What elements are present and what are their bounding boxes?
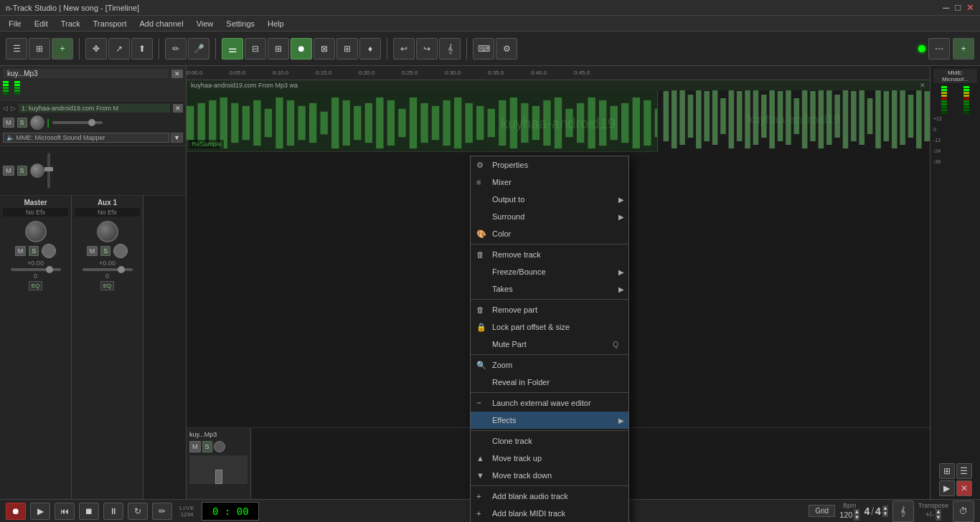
transpose-down-btn[interactable]: ▼ — [936, 515, 941, 521]
toolbar-move-btn[interactable]: ✥ — [85, 38, 107, 60]
bottom-track-mute[interactable]: M — [189, 441, 201, 452]
ctx-takes[interactable]: Takes ▶ — [471, 280, 628, 298]
ctx-mute-part[interactable]: Mute Part Q — [471, 336, 628, 353]
toolbar-pencil-btn[interactable]: ✏ — [165, 38, 187, 60]
menu-file[interactable]: File — [3, 18, 27, 29]
toolbar-fx-btn[interactable]: ⚙ — [496, 38, 517, 60]
master-mute[interactable]: M — [15, 246, 27, 256]
toolbar-redo-btn[interactable]: ↪ — [416, 38, 438, 60]
menu-track[interactable]: Track — [55, 18, 86, 29]
right-close-btn[interactable]: ✕ — [956, 480, 972, 496]
toolbar-grid-btn[interactable]: ⊞ — [268, 38, 289, 60]
toolbar-eq-btn[interactable]: ⊟ — [245, 38, 266, 60]
toolbar-undo-btn[interactable]: ↩ — [393, 38, 415, 60]
toolbar-cursor-btn[interactable]: ↗ — [108, 38, 130, 60]
ctx-color[interactable]: 🎨 Color — [471, 225, 628, 242]
bottom-track-solo[interactable]: S — [202, 441, 212, 452]
bpm-down-btn[interactable]: ▼ — [854, 515, 859, 521]
aux1-eq-btn[interactable]: EQ — [100, 281, 115, 290]
ctx-add-audio[interactable]: + Add blank audio track — [471, 488, 628, 505]
track1-main-pan[interactable] — [30, 163, 44, 178]
track1-right-waveform-svg: kuyhaa-android19 — [658, 80, 930, 152]
master-volume-knob[interactable] — [25, 221, 47, 242]
record-btn[interactable]: ⏺ — [6, 503, 26, 520]
right-vu-r — [963, 86, 969, 114]
toolbar-select-btn[interactable]: ⬆ — [131, 38, 153, 60]
ctx-reveal-folder[interactable]: Reveal in Folder — [471, 374, 628, 391]
ctx-lock-part[interactable]: 🔒 Lock part offset & size — [471, 318, 628, 336]
toolbar-btn-1[interactable]: ☰ — [6, 38, 27, 60]
ruler-15: 0:15.0 — [316, 70, 331, 76]
ctx-freeze-bounce[interactable]: Freeze/Bounce ▶ — [471, 263, 628, 280]
ctx-launch-wave[interactable]: ~ Launch external wave editor — [471, 394, 628, 412]
toolbar-marker-btn[interactable]: ♦ — [359, 38, 381, 60]
ctx-remove-track[interactable]: 🗑 Remove track — [471, 246, 628, 263]
toolbar-settings-btn[interactable]: ⋯ — [928, 38, 950, 60]
metronome-btn[interactable]: 𝄞 — [892, 500, 914, 522]
track1-pan-knob[interactable] — [30, 115, 44, 130]
toolbar-plugin-btn[interactable]: ⌨ — [473, 38, 494, 60]
ctx-properties[interactable]: ⚙ Properties — [471, 156, 628, 174]
ctx-move-track-down[interactable]: ▼ Move track down — [471, 467, 628, 484]
play-btn[interactable]: ▶ — [30, 503, 50, 520]
clock-btn[interactable]: ⏱ — [953, 500, 974, 522]
toolbar-loop-btn[interactable]: ⊠ — [314, 38, 335, 60]
master-solo[interactable]: S — [29, 246, 39, 256]
ctx-surround[interactable]: Surround ▶ — [471, 208, 628, 225]
toolbar-record-btn[interactable]: ⏺ — [291, 38, 312, 60]
menu-settings[interactable]: Settings — [220, 18, 260, 29]
track1-main-solo[interactable]: S — [17, 166, 27, 176]
menu-view[interactable]: View — [191, 18, 220, 29]
ctx-effects[interactable]: Effects ▶ — [471, 412, 628, 429]
track1-device-arrow[interactable]: ▼ — [171, 133, 183, 143]
minimize-button[interactable]: ─ — [943, 2, 949, 13]
ctx-remove-part[interactable]: 🗑 Remove part — [471, 301, 628, 318]
track1-sub-close[interactable]: ✕ — [173, 104, 183, 113]
aux1-solo[interactable]: S — [100, 246, 110, 256]
ctx-clone-track[interactable]: Clone track — [471, 432, 628, 450]
track1-close-btn[interactable]: ✕ — [171, 70, 183, 78]
track1-volume-slider[interactable] — [52, 121, 103, 124]
aux1-extra-knob[interactable] — [113, 244, 128, 258]
toolbar-snap-btn[interactable]: ⊞ — [336, 38, 358, 60]
bottom-track-pan[interactable] — [214, 441, 225, 452]
ctx-mixer[interactable]: ≡ Mixer — [471, 174, 628, 191]
master-fader[interactable] — [11, 268, 61, 271]
ctx-add-midi[interactable]: + Add blank MIDI track — [471, 505, 628, 522]
right-list-btn[interactable]: ☰ — [956, 463, 972, 479]
aux1-fader[interactable] — [83, 268, 133, 271]
master-extra-knob[interactable] — [42, 244, 56, 258]
toolbar-mic-btn[interactable]: 🎤 — [188, 38, 209, 60]
toolbar-btn-2[interactable]: ⊞ — [29, 38, 50, 60]
bottom-track-fader[interactable] — [189, 455, 248, 484]
aux1-volume-knob[interactable] — [97, 221, 118, 242]
toolbar-add-right-btn[interactable]: + — [953, 38, 974, 60]
ctx-move-track-up[interactable]: ▲ Move track up — [471, 450, 628, 467]
track1-main-mute[interactable]: M — [3, 166, 14, 176]
ctx-zoom[interactable]: 🔍 Zoom — [471, 356, 628, 374]
menu-add-channel[interactable]: Add channel — [133, 18, 189, 29]
pencil-transport-btn[interactable]: ✏ — [152, 503, 172, 520]
maximize-button[interactable]: □ — [955, 2, 961, 13]
stop-btn[interactable]: ⏹ — [79, 503, 99, 520]
toolbar-mixer-btn[interactable]: ⚌ — [222, 38, 243, 60]
toolbar-tempo-btn[interactable]: 𝄞 — [439, 38, 461, 60]
aux1-mute[interactable]: M — [87, 246, 98, 256]
track1-fader[interactable] — [47, 149, 50, 192]
master-eq-btn[interactable]: EQ — [29, 281, 43, 290]
timesig-down-btn[interactable]: ▼ — [882, 511, 888, 517]
repeat-btn[interactable]: ↻ — [128, 503, 148, 520]
pause-btn[interactable]: ⏸ — [103, 503, 123, 520]
track1-wave-close[interactable]: ✕ — [920, 82, 925, 89]
ctx-output-to[interactable]: Output to ▶ — [471, 191, 628, 208]
track1-solo-btn[interactable]: S — [17, 118, 27, 128]
track1-mute-btn[interactable]: M — [3, 118, 14, 128]
menu-edit[interactable]: Edit — [29, 18, 54, 29]
menu-help[interactable]: Help — [262, 18, 290, 29]
rewind-btn[interactable]: ⏮ — [55, 503, 75, 520]
menu-transport[interactable]: Transport — [88, 18, 133, 29]
right-fwd-btn[interactable]: ▶ — [939, 480, 955, 496]
toolbar-btn-add[interactable]: + — [52, 38, 73, 60]
right-grid-btn[interactable]: ⊞ — [939, 463, 955, 479]
close-button[interactable]: ✕ — [966, 2, 974, 13]
